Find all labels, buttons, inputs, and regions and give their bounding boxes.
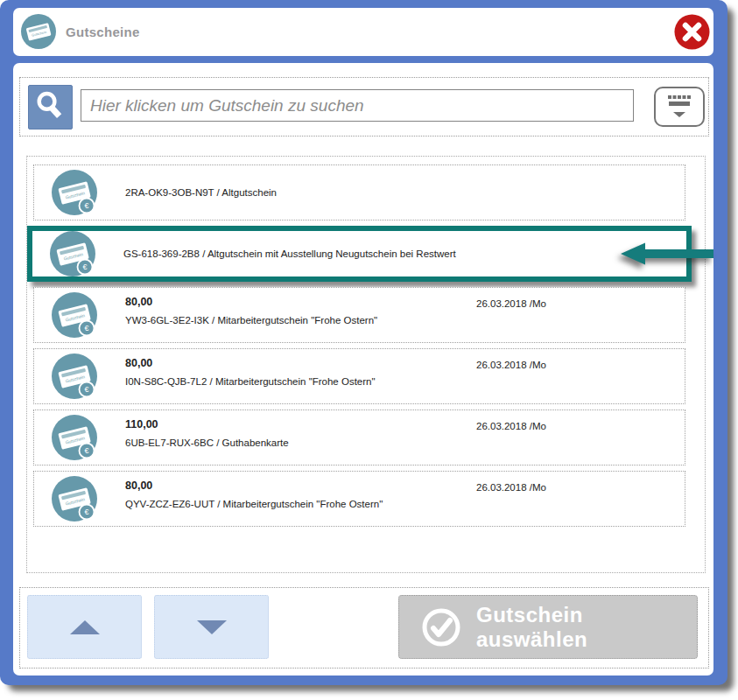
voucher-icon: Gutschein € [52,354,97,399]
voucher-list-item[interactable]: Gutschein € GS-618-369-2B8 / Altgutschei… [27,226,692,282]
voucher-icon: Gutschein € [52,170,97,215]
voucher-icon: Gutschein € [52,292,97,338]
close-icon [674,14,710,50]
close-button[interactable] [674,14,710,50]
voucher-code: 6UB-EL7-RUX-6BC / Guthabenkarte [125,438,289,448]
footer-bar: Gutschein auswählen [19,587,709,668]
svg-text:€: € [84,324,88,332]
page-title: Gutscheine [66,8,140,56]
search-input[interactable] [81,89,634,122]
select-voucher-label: Gutschein auswählen [476,603,697,652]
search-button[interactable] [28,85,73,130]
voucher-code: 2RA-OK9-3OB-N9T / Altgutschein [125,187,277,198]
svg-text:€: € [84,385,88,394]
gutscheine-dialog: Gutschein Gutscheine [0,0,727,685]
main-panel: Gutschein € 2RA-OK9-3OB-N9T / Altgutsche… [13,63,713,676]
scroll-up-button[interactable] [27,595,142,659]
voucher-icon: Gutschein € [52,476,97,522]
voucher-amount: 80,00 [125,296,152,308]
voucher-code: YW3-6GL-3E2-I3K / Mitarbeitergutschein "… [125,315,377,326]
voucher-list-item[interactable]: Gutschein € 80,00 I0N-S8C-QJB-7L2 / Mita… [33,348,685,404]
triangle-down-icon [197,620,227,634]
selection-arrow-icon [619,242,713,266]
search-section [19,77,709,136]
voucher-app-icon: Gutschein [21,14,56,49]
keyboard-icon [662,90,697,122]
svg-text:€: € [84,508,88,516]
voucher-code: GS-618-369-2B8 / Altgutschein mit Ausste… [123,248,456,259]
voucher-amount: 80,00 [125,357,152,369]
voucher-list-item[interactable]: Gutschein € 110,00 6UB-EL7-RUX-6BC / Gut… [33,410,685,466]
svg-text:€: € [84,201,88,210]
voucher-list-item[interactable]: Gutschein € 80,00 QYV-ZCZ-EZ6-UUT / Mita… [33,471,685,527]
title-bar: Gutschein Gutscheine [13,8,713,56]
voucher-icon: Gutschein € [50,231,95,276]
voucher-list: Gutschein € 2RA-OK9-3OB-N9T / Altgutsche… [26,156,706,573]
voucher-date: 26.03.2018 /Mo [476,482,546,493]
voucher-code: I0N-S8C-QJB-7L2 / Mitarbeitergutschein "… [125,376,376,387]
select-voucher-button[interactable]: Gutschein auswählen [398,595,698,659]
voucher-code: QYV-ZCZ-EZ6-UUT / Mitarbeitergutschein "… [125,499,383,509]
voucher-date: 26.03.2018 /Mo [476,421,546,431]
voucher-date: 26.03.2018 /Mo [476,360,546,370]
svg-text:€: € [84,446,88,455]
voucher-icon: Gutschein € [52,415,97,460]
keyboard-button[interactable] [654,87,705,127]
checkmark-icon [420,606,462,648]
search-icon [31,88,70,127]
svg-text:€: € [82,262,87,271]
voucher-amount: 110,00 [125,418,158,430]
voucher-list-item[interactable]: Gutschein € 2RA-OK9-3OB-N9T / Altgutsche… [33,164,685,220]
scroll-down-button[interactable] [154,595,269,659]
voucher-amount: 80,00 [125,480,152,492]
voucher-list-item[interactable]: Gutschein € 80,00 YW3-6GL-3E2-I3K / Mita… [33,287,685,343]
voucher-date: 26.03.2018 /Mo [476,298,546,309]
triangle-up-icon [70,620,100,634]
